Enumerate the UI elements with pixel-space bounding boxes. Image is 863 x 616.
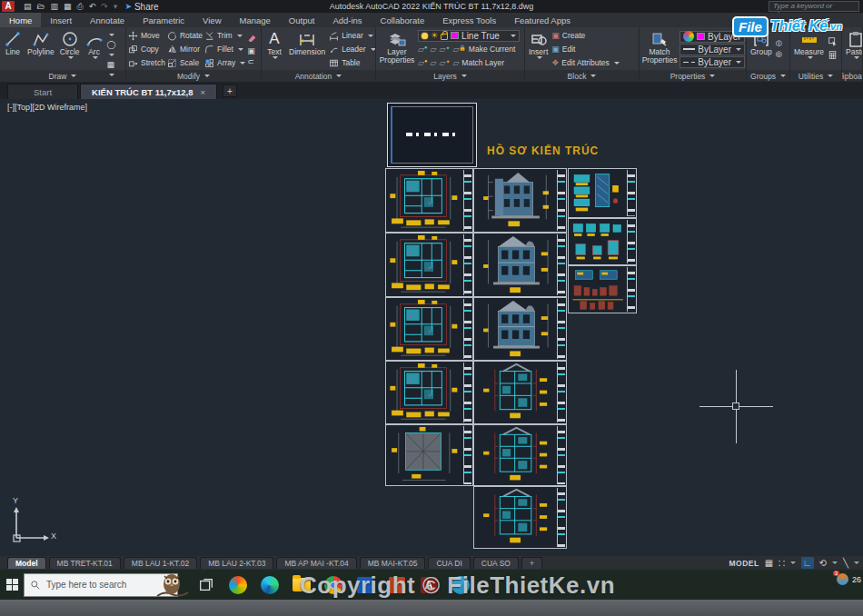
help-search-input[interactable]: Type a keyword or phrase bbox=[769, 1, 859, 12]
new-icon[interactable]: ▤ bbox=[24, 2, 32, 11]
panel-label-properties[interactable]: Properties bbox=[640, 70, 746, 82]
taskbar-app-copilot[interactable] bbox=[226, 573, 250, 597]
ribbon-tab-home[interactable]: Home bbox=[0, 13, 41, 27]
copy-button[interactable]: Copy bbox=[128, 43, 165, 55]
panel-label-utilities[interactable]: Utilities bbox=[790, 70, 841, 82]
circle-button[interactable]: Circle bbox=[58, 29, 82, 70]
scale-button[interactable]: Scale bbox=[167, 56, 203, 69]
layer-thaw-icon[interactable]: ☀ bbox=[431, 31, 438, 40]
layout-tab-new[interactable]: + bbox=[521, 557, 542, 569]
mirror-button[interactable]: Mirror bbox=[167, 43, 203, 55]
saveas-icon[interactable]: ▦ bbox=[64, 2, 72, 11]
customize-icon[interactable]: ▾ bbox=[114, 2, 118, 11]
ribbon-tab-view[interactable]: View bbox=[193, 13, 230, 27]
taskbar-search-box[interactable]: Type here to search bbox=[24, 573, 178, 597]
ortho-mode-icon[interactable]: ∟ bbox=[801, 557, 814, 569]
snap-mode-icon[interactable]: ⸬ bbox=[779, 557, 785, 569]
polyline-button[interactable]: Polyline bbox=[25, 29, 56, 70]
layer-dropdown[interactable]: ☀ Line True bbox=[418, 30, 520, 42]
insert-button[interactable]: Insert bbox=[527, 29, 550, 70]
layout-tab-cua-di[interactable]: CUA DI bbox=[428, 557, 470, 569]
panel-label-annotation[interactable]: Annotation bbox=[262, 70, 375, 82]
ribbon-tab-output[interactable]: Output bbox=[280, 13, 324, 27]
offset-icon[interactable]: ⊂ bbox=[247, 57, 257, 66]
snap-caret[interactable] bbox=[790, 561, 796, 564]
make-current-button[interactable]: ▱●▱▱✦▱🔒 Make Current bbox=[418, 43, 520, 55]
layer-dropdown-caret[interactable] bbox=[511, 35, 516, 37]
object-snap-tracking-icon[interactable]: ╲ bbox=[843, 557, 848, 569]
file-tab-close-icon[interactable]: × bbox=[200, 87, 205, 97]
ribbon-tab-parametric[interactable]: Parametric bbox=[134, 13, 193, 27]
model-space-button[interactable]: MODEL bbox=[729, 559, 759, 568]
move-button[interactable]: Move bbox=[128, 29, 165, 42]
file-tab-drawing[interactable]: KIẾN TRÚC BT 11,7x12,8× bbox=[80, 84, 217, 99]
layer-lock-icon[interactable] bbox=[441, 34, 448, 40]
linetype-dropdown[interactable]: ByLayer bbox=[679, 56, 745, 68]
match-layer-button[interactable]: ▱●▱▱✦▱ Match Layer bbox=[418, 56, 520, 69]
circle-dropdown-caret[interactable] bbox=[68, 56, 74, 59]
new-drawing-tab-button[interactable]: + bbox=[223, 84, 237, 97]
ungroup-icon[interactable]: ⦷ bbox=[776, 39, 782, 48]
stretch-button[interactable]: Stretch bbox=[128, 56, 165, 69]
leader-button[interactable]: Leader bbox=[329, 43, 375, 55]
polar-caret[interactable] bbox=[832, 561, 838, 564]
hatch-icon[interactable]: ▦ bbox=[107, 60, 124, 78]
grid-display-icon[interactable]: ▦ bbox=[765, 557, 773, 569]
layout-tab-mb-ap-mai[interactable]: MB AP MAI -KT.04 bbox=[276, 557, 356, 569]
layer-color-swatch[interactable] bbox=[451, 32, 459, 39]
line-button[interactable]: Line bbox=[2, 29, 24, 70]
panel-label-block[interactable]: Block bbox=[525, 70, 639, 82]
drawing-canvas[interactable]: [-][Top][2D Wireframe] HỒ SƠ KIẾN TRÚC Y… bbox=[0, 99, 863, 556]
layout-tab-mb-lau1[interactable]: MB LAU 1-KT.02 bbox=[124, 557, 197, 569]
plot-icon[interactable]: ⎙ bbox=[77, 2, 84, 12]
layer-on-icon[interactable] bbox=[422, 33, 428, 39]
edit-attributes-button[interactable]: ❖Edit Attributes bbox=[551, 56, 620, 69]
panel-label-clipboard[interactable]: Clipboard bbox=[842, 70, 862, 82]
layout-tab-model[interactable]: Model bbox=[7, 557, 46, 569]
autocad-logo[interactable]: A bbox=[2, 1, 15, 12]
group-edit-icon[interactable]: ⦾ bbox=[776, 50, 782, 59]
block-create-button[interactable]: ▣Create bbox=[551, 29, 620, 42]
calculator-icon[interactable] bbox=[828, 50, 838, 62]
arc-dropdown-caret[interactable] bbox=[93, 56, 98, 59]
ellipse-icon[interactable]: ◯ bbox=[107, 40, 124, 58]
undo-icon[interactable]: ↶ bbox=[89, 2, 96, 11]
ribbon-tab-featured-apps[interactable]: Featured Apps bbox=[505, 13, 580, 27]
ribbon-tab-collaborate[interactable]: Collaborate bbox=[372, 13, 434, 27]
panel-label-groups[interactable]: Groups bbox=[747, 70, 789, 82]
panel-label-layers[interactable]: Layers bbox=[376, 70, 524, 82]
ribbon-tab-insert[interactable]: Insert bbox=[41, 13, 81, 27]
layout-tab-cua-so[interactable]: CUA SO bbox=[473, 557, 519, 569]
task-view-button[interactable] bbox=[194, 573, 218, 597]
layer-properties-button[interactable]: Layer Properties bbox=[378, 29, 416, 70]
block-edit-button[interactable]: ▣Edit bbox=[551, 43, 620, 55]
taskbar-app-edge[interactable] bbox=[258, 573, 282, 597]
lineweight-dropdown[interactable]: ByLayer bbox=[679, 44, 745, 55]
start-button[interactable] bbox=[0, 570, 24, 600]
explode-icon[interactable]: ▣ bbox=[247, 46, 257, 55]
file-tab-start[interactable]: Start bbox=[7, 84, 78, 99]
layout-tab-mb-mai[interactable]: MB MAI-KT.05 bbox=[360, 557, 426, 569]
table-button[interactable]: Table bbox=[329, 56, 375, 69]
redo-icon[interactable]: ↷ bbox=[101, 2, 108, 11]
save-icon[interactable]: ▥ bbox=[51, 2, 59, 11]
otrack-caret[interactable] bbox=[854, 561, 859, 564]
rotate-button[interactable]: Rotate bbox=[167, 29, 203, 42]
trim-button[interactable]: Trim bbox=[204, 29, 245, 42]
panel-label-modify[interactable]: Modify bbox=[126, 70, 261, 82]
share-button[interactable]: ➤ Share bbox=[124, 2, 158, 12]
ribbon-tab-manage[interactable]: Manage bbox=[231, 13, 280, 27]
paste-button[interactable]: Paste bbox=[844, 29, 863, 70]
ribbon-tab-addins[interactable]: Add-ins bbox=[323, 13, 371, 27]
arc-button[interactable]: Arc bbox=[84, 29, 105, 70]
linear-button[interactable]: Linear bbox=[329, 29, 375, 42]
array-button[interactable]: Array bbox=[204, 56, 245, 69]
ribbon-tab-express-tools[interactable]: Express Tools bbox=[433, 13, 505, 27]
dimension-button[interactable]: Dimension bbox=[287, 29, 327, 70]
ribbon-tab-annotate[interactable]: Annotate bbox=[81, 13, 134, 27]
open-icon[interactable]: 🗁 bbox=[37, 2, 45, 11]
erase-icon[interactable] bbox=[247, 33, 257, 45]
tray-notification[interactable]: 3 bbox=[837, 573, 848, 585]
polar-tracking-icon[interactable]: ⟲ bbox=[819, 557, 827, 569]
match-properties-button[interactable]: Match Properties bbox=[641, 29, 678, 70]
